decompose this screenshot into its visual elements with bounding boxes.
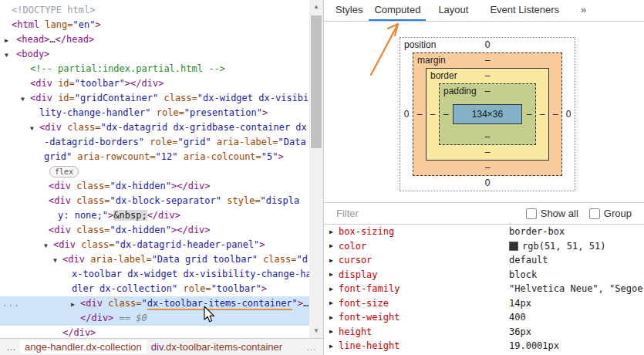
dom-tree-line[interactable]: ▼<div class="dx-datagrid dx-gridbase-con…: [0, 120, 323, 135]
computed-property-row[interactable]: ▶line-height19.0001px: [324, 339, 644, 353]
scroll-down-icon[interactable]: ▼: [309, 326, 323, 336]
dom-tree-line[interactable]: flex: [0, 164, 323, 179]
dom-tree-line[interactable]: dler dx-collection" role="toolbar">: [0, 282, 323, 296]
dom-tree-line[interactable]: -datagrid-borders" role="grid" aria-labe…: [0, 135, 323, 150]
computed-property-row[interactable]: ▶cursordefault: [324, 253, 644, 268]
box-model-padding[interactable]: padding – – 134×36 –: [439, 83, 536, 145]
dom-tree-scrollbar[interactable]: ▲ ▼: [309, 0, 323, 338]
code-segment-plain: [211, 137, 217, 147]
dom-tree-line[interactable]: ▼<div aria-label="Data grid toolbar" cla…: [0, 252, 323, 267]
position-top-value[interactable]: 0: [485, 39, 491, 50]
tab-styles[interactable]: Styles: [330, 0, 368, 21]
expand-arrow-icon[interactable]: ▶: [329, 328, 339, 335]
expand-arrow-icon[interactable]: ▶: [329, 257, 339, 264]
border-bottom-value[interactable]: –: [485, 147, 491, 157]
property-name: cursor: [339, 255, 509, 265]
expand-arrow-icon[interactable]: ▶: [71, 297, 75, 312]
code-segment-plain: …: [49, 34, 55, 45]
computed-property-row[interactable]: ▶font-weight400: [324, 310, 644, 325]
expand-arrow-icon[interactable]: ▶: [329, 271, 339, 278]
dom-tree-line[interactable]: <!DOCTYPE html>: [0, 3, 323, 18]
more-tabs-icon[interactable]: »: [575, 0, 592, 21]
position-right-value[interactable]: 0: [562, 52, 575, 176]
code-segment-tag: <body>: [16, 49, 49, 59]
position-bottom-value[interactable]: 0: [485, 178, 491, 188]
padding-top-value[interactable]: –: [485, 86, 491, 96]
flex-badge[interactable]: flex: [49, 166, 79, 178]
border-left-value[interactable]: –: [427, 83, 439, 145]
dom-tree-line[interactable]: </div> == $0: [0, 311, 323, 326]
box-model-border[interactable]: border – – padding –: [426, 68, 549, 161]
scroll-up-icon[interactable]: ▲: [309, 2, 323, 12]
box-model-content[interactable]: 134×36: [453, 104, 522, 124]
expand-arrow-icon[interactable]: ▶: [329, 343, 339, 350]
dom-tree-line[interactable]: ...▶<div class="dx-toolbar-items-contain…: [0, 296, 323, 311]
group-label[interactable]: Group: [604, 208, 632, 219]
collapse-arrow-icon[interactable]: ▼: [21, 92, 25, 106]
expand-arrow-icon[interactable]: ▶: [329, 228, 339, 235]
group-checkbox[interactable]: [589, 208, 600, 219]
collapse-arrow-icon[interactable]: ▼: [30, 121, 34, 136]
expand-arrow-icon[interactable]: ▶: [329, 299, 339, 306]
code-segment-attr: class=: [76, 195, 110, 206]
breadcrumb-item[interactable]: ange-handler.dx-collection: [20, 340, 147, 353]
code-segment-attr: class=: [76, 225, 110, 235]
code-segment-tag: <div: [49, 225, 71, 235]
computed-property-row[interactable]: ▶font-family"Helvetica Neue", "Segoe: [324, 282, 644, 296]
computed-property-row[interactable]: ▶displayblock: [324, 268, 644, 282]
tab-layout[interactable]: Layout: [433, 0, 474, 21]
border-top-value[interactable]: –: [485, 70, 491, 81]
padding-left-value[interactable]: –: [440, 99, 452, 130]
show-all-label[interactable]: Show all: [541, 208, 578, 219]
expand-arrow-icon[interactable]: ▶: [329, 242, 339, 249]
collapse-arrow-icon[interactable]: ▼: [53, 253, 57, 268]
tab-event-listeners[interactable]: Event Listeners: [484, 0, 565, 21]
padding-right-value[interactable]: –: [523, 99, 535, 130]
dom-tree-line[interactable]: <div class="dx-block-separator" style="d…: [0, 194, 323, 208]
breadcrumb-overflow-right[interactable]: …: [306, 341, 317, 353]
margin-bottom-value[interactable]: –: [485, 162, 491, 173]
more-actions-icon[interactable]: ...: [2, 296, 20, 311]
margin-left-value[interactable]: –: [413, 68, 426, 161]
dom-tree-line[interactable]: </div>: [0, 326, 323, 338]
breadcrumb-overflow-left[interactable]: …: [6, 341, 17, 353]
breadcrumb-item[interactable]: div.dx-toolbar-items-container: [147, 340, 287, 353]
dom-tree-line[interactable]: <html lang="en">: [0, 18, 323, 32]
dom-tree-line[interactable]: x-toolbar dx-widget dx-visibility-change…: [0, 267, 323, 282]
padding-bottom-value[interactable]: –: [485, 131, 491, 142]
dom-tree-line[interactable]: y: none;">&nbsp;</div>: [0, 208, 323, 223]
code-segment-tag: ></div>: [171, 225, 211, 235]
margin-top-value[interactable]: –: [485, 55, 491, 66]
dom-tree-line[interactable]: lity-change-handler" role="presentation"…: [0, 106, 323, 120]
dom-tree: <!DOCTYPE html><html lang="en">▶<head>…<…: [0, 0, 323, 338]
show-all-checkbox[interactable]: [526, 208, 537, 219]
box-model-margin[interactable]: margin – – border – –: [413, 52, 562, 176]
computed-property-row[interactable]: ▶box-sizingborder-box: [324, 225, 644, 239]
dom-tree-line[interactable]: ▶<head>…</head>: [0, 32, 323, 47]
scrollbar-thumb[interactable]: [311, 15, 322, 148]
computed-property-row[interactable]: ▶font-size14px: [324, 296, 644, 311]
dom-tree-line[interactable]: <!-- partial:index.partial.html -->: [0, 62, 323, 76]
dom-tree-line[interactable]: ▼<body>: [0, 47, 323, 62]
collapse-arrow-icon[interactable]: ▼: [44, 238, 48, 253]
dom-tree-line[interactable]: ▼<div class="dx-datagrid-header-panel">: [0, 238, 323, 252]
dom-tree-line[interactable]: <div id="toolbar"></div>: [0, 76, 323, 91]
dom-tree-line[interactable]: ▼<div id="gridContainer" class="dx-widge…: [0, 91, 323, 106]
dom-tree-line[interactable]: grid" aria-rowcount="12" aria-colcount="…: [0, 150, 323, 164]
box-model-position[interactable]: position 0 0 margin – –: [400, 37, 575, 191]
computed-property-row[interactable]: ▶height36px: [324, 325, 644, 340]
code-segment-tag: >: [262, 107, 268, 118]
expand-arrow-icon[interactable]: ▶: [5, 33, 8, 48]
margin-right-value[interactable]: –: [549, 68, 561, 161]
property-name: font-weight: [339, 312, 509, 323]
computed-property-row[interactable]: ▶colorrgb(51, 51, 51): [324, 239, 644, 254]
dom-tree-line[interactable]: <div class="dx-hidden"></div>: [0, 179, 323, 194]
tab-computed[interactable]: Computed: [369, 0, 426, 21]
filter-input[interactable]: [335, 207, 526, 220]
border-right-value[interactable]: –: [536, 83, 548, 145]
collapse-arrow-icon[interactable]: ▼: [5, 48, 8, 63]
expand-arrow-icon[interactable]: ▶: [329, 314, 339, 321]
position-left-value[interactable]: 0: [400, 52, 413, 176]
dom-tree-line[interactable]: <div class="dx-hidden"></div>: [0, 223, 323, 238]
expand-arrow-icon[interactable]: ▶: [329, 286, 339, 292]
